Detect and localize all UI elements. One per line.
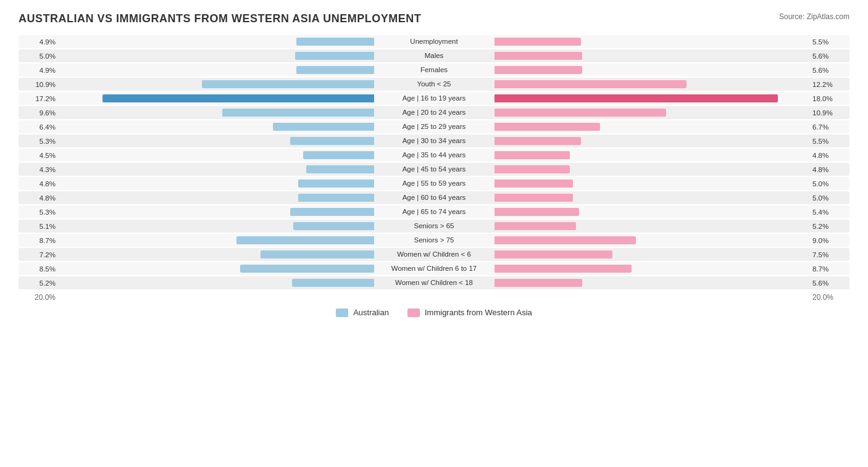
blue-row: 10.9%Youth < 2512.2% <box>19 79 849 89</box>
blue-row: 4.8%Age | 60 to 64 years5.0% <box>19 192 849 203</box>
blue-row: 17.2%Age | 16 to 19 years18.0% <box>19 93 849 104</box>
blue-left-value: 8.5% <box>19 265 59 273</box>
blue-left-value: 5.3% <box>19 138 59 145</box>
pink-right-value: 18.0% <box>809 95 849 102</box>
pink-right-value: 8.7% <box>809 265 849 273</box>
category-block: 5.3%Age | 65 to 74 years5.4% <box>19 205 849 218</box>
pink-right-value: 7.5% <box>809 251 849 258</box>
pink-bar <box>495 165 570 173</box>
blue-left-value: 8.7% <box>19 237 59 244</box>
category-label: Age | 20 to 24 years <box>374 109 495 117</box>
blue-bar <box>298 180 374 188</box>
blue-bar <box>222 109 373 117</box>
category-block: 10.9%Youth < 2512.2% <box>19 78 849 91</box>
pink-bar <box>495 80 686 88</box>
legend-immigrants: Immigrants from Western Asia <box>407 308 532 317</box>
legend-australian: Australian <box>336 308 389 317</box>
blue-bar <box>292 279 374 287</box>
category-label: Women w/ Children 6 to 17 <box>374 265 495 273</box>
category-block: 6.4%Age | 25 to 29 years6.7% <box>19 120 849 133</box>
blue-bar <box>296 66 373 74</box>
blue-left-value: 5.3% <box>19 209 59 216</box>
blue-left-value: 5.0% <box>19 52 59 60</box>
axis-row: 20.0% 20.0% <box>19 293 849 302</box>
blue-left-value: 4.9% <box>19 38 59 46</box>
category-label: Seniors > 65 <box>374 223 495 230</box>
category-label: Age | 55 to 59 years <box>374 180 495 188</box>
blue-bar <box>290 137 373 145</box>
pink-right-value: 5.0% <box>809 180 849 188</box>
blue-left-value: 10.9% <box>19 81 59 88</box>
category-label: Age | 16 to 19 years <box>374 95 495 102</box>
blue-bar <box>261 250 374 258</box>
blue-bar <box>240 265 374 273</box>
category-label: Youth < 25 <box>374 81 495 88</box>
category-block: 5.3%Age | 30 to 34 years5.5% <box>19 134 849 147</box>
blue-left-value: 4.5% <box>19 152 59 159</box>
category-label: Women w/ Children < 6 <box>374 251 495 258</box>
category-label: Unemployment <box>374 38 495 46</box>
blue-left-value: 5.1% <box>19 223 59 230</box>
category-block: 8.5%Women w/ Children 6 to 178.7% <box>19 262 849 275</box>
blue-left-value: 4.8% <box>19 194 59 202</box>
category-label: Seniors > 75 <box>374 237 495 244</box>
legend-australian-label: Australian <box>353 308 389 317</box>
pink-bar <box>495 52 583 60</box>
pink-bar <box>495 180 574 188</box>
blue-row: 5.2%Women w/ Children < 185.6% <box>19 278 849 288</box>
blue-bar <box>303 151 374 159</box>
blue-bar <box>236 236 373 244</box>
pink-bar <box>495 38 581 46</box>
pink-bar <box>495 94 778 102</box>
pink-bar <box>495 123 600 131</box>
pink-right-value: 5.6% <box>809 52 849 60</box>
category-label: Age | 30 to 34 years <box>374 138 495 145</box>
pink-bar <box>495 194 574 202</box>
chart-source: Source: ZipAtlas.com <box>779 12 849 21</box>
pink-right-value: 4.8% <box>809 166 849 173</box>
category-block: 5.0%Males5.6% <box>19 49 849 62</box>
category-block: 9.6%Age | 20 to 24 years10.9% <box>19 106 849 119</box>
blue-row: 4.9%Unemployment5.5% <box>19 36 849 47</box>
pink-right-value: 5.5% <box>809 38 849 46</box>
pink-right-value: 5.5% <box>809 138 849 145</box>
category-block: 4.9%Unemployment5.5% <box>19 35 849 48</box>
category-label: Males <box>374 52 495 60</box>
category-block: 7.2%Women w/ Children < 67.5% <box>19 248 849 261</box>
blue-bar <box>293 222 373 230</box>
category-label: Age | 35 to 44 years <box>374 152 495 159</box>
blue-row: 5.3%Age | 65 to 74 years5.4% <box>19 207 849 217</box>
chart-area: 4.9%Unemployment5.5%5.0%Males5.6%4.9%Fem… <box>19 35 849 289</box>
blue-bar <box>298 194 374 202</box>
category-label: Age | 25 to 29 years <box>374 123 495 131</box>
blue-left-value: 7.2% <box>19 251 59 258</box>
blue-left-value: 6.4% <box>19 123 59 131</box>
pink-right-value: 5.2% <box>809 223 849 230</box>
legend-immigrants-label: Immigrants from Western Asia <box>425 308 532 317</box>
category-block: 4.8%Age | 55 to 59 years5.0% <box>19 177 849 190</box>
blue-row: 6.4%Age | 25 to 29 years6.7% <box>19 122 849 132</box>
blue-left-value: 4.3% <box>19 166 59 173</box>
pink-right-value: 4.8% <box>809 152 849 159</box>
blue-left-value: 9.6% <box>19 109 59 117</box>
pink-bar <box>495 236 636 244</box>
category-block: 17.2%Age | 16 to 19 years18.0% <box>19 92 849 105</box>
chart-title: AUSTRALIAN VS IMMIGRANTS FROM WESTERN AS… <box>19 12 421 25</box>
category-block: 5.2%Women w/ Children < 185.6% <box>19 276 849 289</box>
pink-bar <box>495 137 581 145</box>
blue-row: 4.9%Females5.6% <box>19 65 849 75</box>
blue-row: 4.5%Age | 35 to 44 years4.8% <box>19 150 849 160</box>
pink-right-value: 5.6% <box>809 67 849 74</box>
pink-bar <box>495 250 612 258</box>
chart-container: AUSTRALIAN VS IMMIGRANTS FROM WESTERN AS… <box>19 12 849 317</box>
blue-left-value: 4.9% <box>19 67 59 74</box>
legend-immigrants-color <box>407 308 420 317</box>
pink-bar <box>495 208 580 216</box>
category-block: 4.9%Females5.6% <box>19 64 849 76</box>
blue-bar <box>290 208 373 216</box>
blue-left-value: 17.2% <box>19 95 59 102</box>
blue-bar <box>295 52 374 60</box>
blue-row: 8.5%Women w/ Children 6 to 178.7% <box>19 263 849 274</box>
category-label: Women w/ Children < 18 <box>374 279 495 287</box>
pink-right-value: 10.9% <box>809 109 849 117</box>
